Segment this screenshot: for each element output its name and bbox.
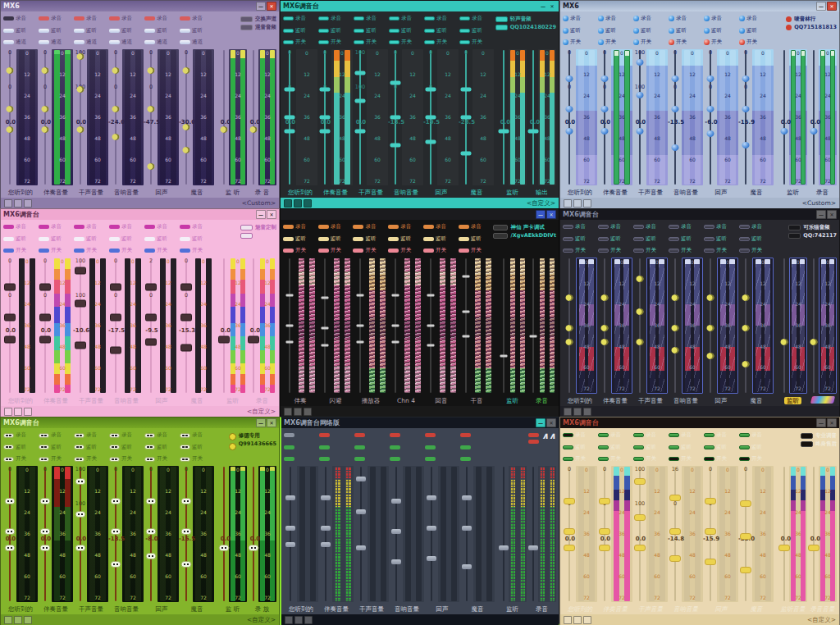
fader-knob[interactable]: [427, 526, 436, 531]
record-button[interactable]: [3, 433, 14, 438]
record-button[interactable]: [423, 225, 434, 229]
status-button[interactable]: [294, 408, 302, 416]
monitor-button[interactable]: [739, 28, 745, 34]
switch-button[interactable]: [633, 457, 644, 461]
switch-button[interactable]: [74, 40, 84, 44]
fader-track[interactable]: [813, 258, 815, 393]
monitor-button[interactable]: [460, 445, 471, 449]
fader-knob[interactable]: [601, 106, 609, 112]
switch-button[interactable]: [598, 457, 609, 461]
fader-knob[interactable]: [248, 545, 258, 551]
switch-button[interactable]: [563, 457, 573, 461]
branding-button[interactable]: [493, 233, 508, 239]
fader-track[interactable]: [813, 467, 815, 601]
fader-knob[interactable]: [75, 545, 86, 551]
fader-knob[interactable]: [498, 129, 509, 133]
fader-knob[interactable]: [111, 498, 121, 504]
fader-knob[interactable]: [181, 561, 192, 568]
fader-track[interactable]: [223, 258, 225, 393]
fader-knob[interactable]: [286, 341, 294, 344]
fader-knob[interactable]: [742, 294, 750, 301]
status-button[interactable]: [4, 199, 12, 208]
record-button[interactable]: [284, 433, 294, 437]
fader-track[interactable]: [80, 467, 81, 601]
fader-knob[interactable]: [527, 129, 538, 133]
fader-knob[interactable]: [42, 67, 49, 74]
fader-track[interactable]: [503, 258, 504, 393]
close-button-icon[interactable]: ✕: [827, 210, 837, 219]
switch-button[interactable]: [598, 39, 604, 45]
fader-knob[interactable]: [601, 325, 609, 331]
record-button[interactable]: [739, 16, 745, 21]
switch-button[interactable]: [144, 249, 155, 253]
monitor-button[interactable]: [704, 28, 710, 34]
record-button[interactable]: [669, 16, 674, 21]
fader-knob[interactable]: [77, 126, 84, 133]
monitor-button[interactable]: [109, 29, 120, 33]
branding-button[interactable]: [240, 25, 253, 30]
fader-track[interactable]: [395, 467, 397, 601]
monitor-button[interactable]: [180, 237, 190, 241]
fader-knob[interactable]: [672, 325, 679, 331]
status-button[interactable]: [564, 616, 572, 624]
fader-knob[interactable]: [220, 126, 227, 133]
fader-knob[interactable]: [390, 143, 401, 147]
monitor-button[interactable]: [388, 237, 399, 241]
monitor-button[interactable]: [598, 237, 609, 241]
minimize-button-icon[interactable]: —: [816, 210, 826, 219]
fader-track[interactable]: [185, 258, 187, 393]
fader-knob[interactable]: [111, 561, 121, 568]
fader-knob[interactable]: [528, 545, 538, 550]
fader-knob[interactable]: [634, 545, 646, 551]
fader-track[interactable]: [80, 258, 81, 393]
fader-knob[interactable]: [77, 86, 84, 93]
switch-button[interactable]: [3, 40, 14, 44]
fader-knob[interactable]: [564, 545, 575, 551]
fader-track[interactable]: [532, 258, 534, 393]
switch-button[interactable]: [739, 249, 750, 253]
record-button[interactable]: [3, 16, 14, 21]
fader-knob[interactable]: [462, 526, 472, 531]
fader-knob[interactable]: [285, 526, 295, 531]
switch-button[interactable]: [74, 457, 84, 462]
switch-button[interactable]: [3, 249, 14, 253]
close-button-icon[interactable]: ✕: [267, 2, 276, 11]
fader-track[interactable]: [813, 50, 815, 185]
fader-knob[interactable]: [75, 478, 86, 485]
record-button[interactable]: [390, 433, 400, 437]
fader-knob[interactable]: [285, 129, 295, 133]
fader-knob[interactable]: [426, 116, 436, 120]
fader-knob[interactable]: [321, 542, 331, 547]
fader-knob[interactable]: [672, 75, 679, 82]
fader-knob[interactable]: [218, 545, 229, 551]
fader-knob[interactable]: [110, 347, 121, 354]
record-button[interactable]: [144, 433, 155, 438]
fader-knob[interactable]: [707, 353, 714, 359]
fader-knob[interactable]: [4, 313, 16, 321]
fader-knob[interactable]: [286, 294, 294, 297]
fader-knob[interactable]: [740, 533, 751, 540]
fader-knob[interactable]: [180, 283, 192, 290]
close-button-icon[interactable]: ✕: [267, 418, 276, 427]
switch-button[interactable]: [459, 40, 470, 44]
monitor-button[interactable]: [633, 445, 644, 449]
switch-button[interactable]: [704, 457, 714, 461]
monitor-button[interactable]: [669, 28, 674, 34]
fader-knob[interactable]: [780, 128, 788, 135]
switch-button[interactable]: [739, 457, 750, 461]
status-button[interactable]: [304, 199, 312, 208]
minimize-button-icon[interactable]: —: [536, 210, 546, 219]
fader-knob[interactable]: [286, 325, 294, 327]
monitor-button[interactable]: [739, 237, 750, 241]
monitor-button[interactable]: [284, 445, 294, 449]
record-button[interactable]: [74, 16, 84, 21]
branding-button[interactable]: [786, 25, 792, 30]
fader-track[interactable]: [9, 258, 11, 393]
fader-knob[interactable]: [778, 545, 790, 551]
record-button[interactable]: [283, 225, 294, 229]
record-button[interactable]: [144, 225, 155, 229]
minimize-button-icon[interactable]: —: [539, 2, 547, 10]
fader-knob[interactable]: [355, 71, 366, 75]
fader-knob[interactable]: [463, 311, 470, 313]
fader-knob[interactable]: [183, 124, 190, 130]
